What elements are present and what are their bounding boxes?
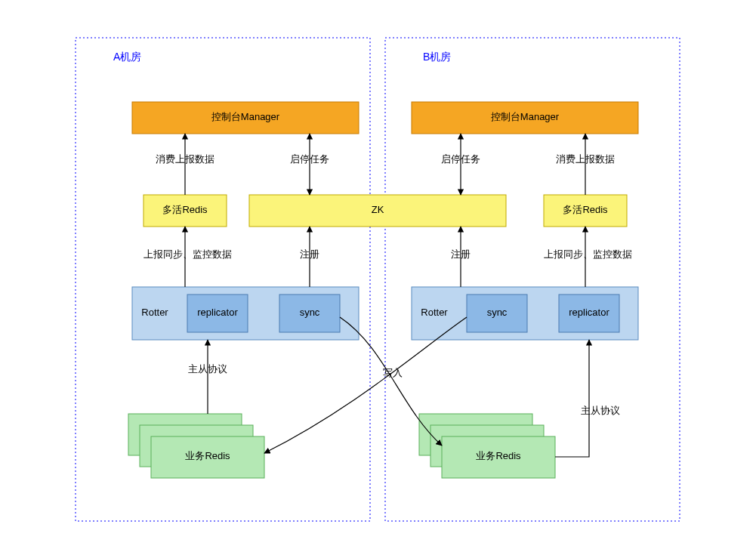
edge-master-b-label: 主从协议 — [581, 405, 620, 416]
redis-b-label: 多活Redis — [563, 204, 608, 215]
biz-b-label: 业务Redis — [476, 450, 521, 461]
edge-write-label: 写入 — [383, 367, 403, 378]
manager-b-label: 控制台Manager — [491, 111, 560, 122]
edge-consume-b-label: 消费上报数据 — [556, 153, 615, 165]
replicator-b-label: replicator — [569, 307, 609, 318]
edge-consume-a-label: 消费上报数据 — [156, 153, 214, 165]
sync-a-label: sync — [300, 307, 320, 318]
edge-register-b-label: 注册 — [451, 248, 471, 260]
replicator-a-label: replicator — [197, 307, 238, 318]
manager-a-label: 控制台Manager — [211, 111, 280, 122]
edge-startstop-a-label: 启停任务 — [290, 153, 329, 165]
zk-label: ZK — [372, 204, 384, 215]
rotter-b-label: Rotter — [421, 307, 448, 318]
region-b-title: B机房 — [423, 51, 451, 63]
architecture-diagram: A机房 B机房 控制台Manager 控制台Manager 多活Redis ZK… — [0, 0, 756, 552]
redis-a-label: 多活Redis — [162, 204, 208, 215]
rotter-a-label: Rotter — [141, 307, 168, 318]
edge-master-a-label: 主从协议 — [188, 363, 227, 375]
edge-report-b-label: 上报同步、监控数据 — [544, 248, 632, 260]
biz-a-label: 业务Redis — [185, 450, 230, 461]
edge-startstop-b-label: 启停任务 — [441, 153, 480, 165]
edge-report-a-label: 上报同步、监控数据 — [143, 248, 232, 260]
region-a-title: A机房 — [113, 51, 141, 63]
sync-b-label: sync — [487, 307, 508, 318]
edge-master-b — [555, 340, 589, 457]
edge-register-a-label: 注册 — [300, 248, 319, 260]
